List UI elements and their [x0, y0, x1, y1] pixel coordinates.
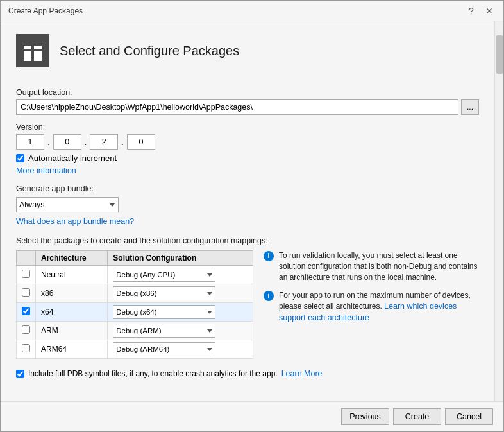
config-select-arm[interactable]: Debug (ARM)	[113, 324, 215, 338]
auto-increment-row: Automatically increment	[16, 153, 479, 163]
title-bar-controls: ? ✕	[465, 4, 496, 17]
config-cell-arm: Debug (ARM)	[108, 322, 253, 340]
bundle-select[interactable]: Always As needed Never	[16, 197, 119, 212]
packages-layout: Architecture Solution Configuration	[16, 250, 479, 359]
auto-increment-label[interactable]: Automatically increment	[28, 153, 117, 163]
table-row: x86 Debug (x86)	[17, 284, 253, 303]
version-section: Version: . . . Automatically increment M…	[16, 123, 479, 175]
table-row: x64 Debug (x64)	[17, 303, 253, 322]
config-cell-x64: Debug (x64)	[108, 303, 253, 322]
content-area: Select and Configure Packages Output loc…	[1, 21, 503, 401]
packages-label: Select the packages to create and the so…	[16, 236, 479, 245]
col-header-architecture: Architecture	[36, 251, 108, 266]
scrollbar-track[interactable]	[494, 21, 503, 401]
output-field-row: ...	[16, 99, 479, 115]
row-check-x86	[17, 284, 36, 303]
config-select-x86[interactable]: Debug (x86)	[113, 286, 215, 300]
row-check-arm	[17, 322, 36, 340]
pdb-label: Include full PDB symbol files, if any, t…	[28, 369, 278, 378]
arch-checkbox-x86[interactable]	[22, 288, 30, 297]
more-info-link[interactable]: More information	[16, 166, 76, 175]
version-input-1[interactable]	[16, 134, 44, 150]
arch-link[interactable]: Learn which devices support each archite…	[279, 302, 457, 322]
info-text-2: For your app to run on the maximum numbe…	[279, 290, 479, 324]
table-row: Neutral Debug (Any CPU)	[17, 266, 253, 284]
version-sep-3: .	[121, 137, 124, 147]
footer: Previous Create Cancel	[1, 401, 503, 431]
col-header-check	[17, 251, 36, 266]
info-icon-2: i	[264, 291, 274, 301]
packages-table-container: Architecture Solution Configuration	[16, 250, 253, 359]
version-row: . . .	[16, 134, 479, 150]
arch-cell-arm64: ARM64	[36, 340, 108, 359]
table-row: ARM Debug (ARM)	[17, 322, 253, 340]
version-input-4[interactable]	[127, 134, 155, 150]
info-panel: i To run validation locally, you must se…	[264, 250, 479, 331]
arch-checkbox-arm[interactable]	[22, 325, 30, 334]
help-button[interactable]: ?	[465, 4, 478, 17]
bundle-info-link[interactable]: What does an app bundle mean?	[16, 217, 134, 226]
version-input-2[interactable]	[53, 134, 81, 150]
scrollbar-thumb[interactable]	[496, 35, 503, 74]
create-button[interactable]: Create	[393, 408, 441, 425]
version-sep-1: .	[47, 137, 50, 147]
info-item-1: i To run validation locally, you must se…	[264, 250, 479, 282]
main-content: Select and Configure Packages Output loc…	[1, 21, 494, 401]
info-icon-1: i	[264, 251, 274, 261]
bundle-section: Generate app bundle: Always As needed Ne…	[16, 184, 479, 226]
table-row: ARM64 Debug (ARM64)	[17, 340, 253, 359]
arch-cell-neutral: Neutral	[36, 266, 108, 284]
output-label: Output location:	[16, 88, 479, 97]
version-label: Version:	[16, 123, 479, 132]
info-text-1: To run validation locally, you must sele…	[279, 250, 479, 282]
config-cell-neutral: Debug (Any CPU)	[108, 266, 253, 284]
packages-table: Architecture Solution Configuration	[16, 250, 253, 359]
output-location-section: Output location: ...	[16, 88, 479, 115]
previous-button[interactable]: Previous	[341, 408, 389, 425]
arch-cell-x86: x86	[36, 284, 108, 303]
svg-rect-2	[31, 46, 34, 61]
row-check-neutral	[17, 266, 36, 284]
config-select-arm64[interactable]: Debug (ARM64)	[113, 342, 215, 356]
arch-checkbox-neutral[interactable]	[22, 270, 30, 278]
row-check-arm64	[17, 340, 36, 359]
header: Select and Configure Packages	[16, 34, 479, 75]
dialog: Create App Packages ? ✕	[0, 0, 504, 432]
info-item-2: i For your app to run on the maximum num…	[264, 290, 479, 324]
row-check-x64	[17, 303, 36, 322]
packages-section: Select the packages to create and the so…	[16, 236, 479, 359]
version-input-3[interactable]	[90, 134, 118, 150]
col-header-solution-config: Solution Configuration	[108, 251, 253, 266]
cancel-button[interactable]: Cancel	[445, 408, 493, 425]
config-cell-x86: Debug (x86)	[108, 284, 253, 303]
pdb-row: Include full PDB symbol files, if any, t…	[16, 369, 479, 378]
bundle-label: Generate app bundle:	[16, 184, 479, 193]
arch-checkbox-x64[interactable]	[22, 307, 30, 315]
arch-cell-arm: ARM	[36, 322, 108, 340]
arch-cell-x64: x64	[36, 303, 108, 322]
svg-rect-3	[24, 49, 42, 51]
header-icon	[16, 34, 49, 67]
browse-button[interactable]: ...	[461, 99, 479, 115]
title-bar: Create App Packages ? ✕	[1, 1, 503, 21]
pdb-checkbox[interactable]	[16, 370, 24, 378]
output-input[interactable]	[16, 99, 458, 115]
config-select-x64[interactable]: Debug (x64)	[113, 305, 215, 319]
dialog-title: Create App Packages	[8, 6, 83, 15]
arch-checkbox-arm64[interactable]	[22, 344, 30, 352]
pdb-learn-more-link[interactable]: Learn More	[281, 369, 323, 378]
config-select-neutral[interactable]: Debug (Any CPU)	[113, 268, 215, 282]
config-cell-arm64: Debug (ARM64)	[108, 340, 253, 359]
page-title: Select and Configure Packages	[60, 44, 239, 58]
close-button[interactable]: ✕	[483, 4, 496, 17]
version-sep-2: .	[85, 137, 87, 147]
auto-increment-checkbox[interactable]	[16, 154, 24, 162]
